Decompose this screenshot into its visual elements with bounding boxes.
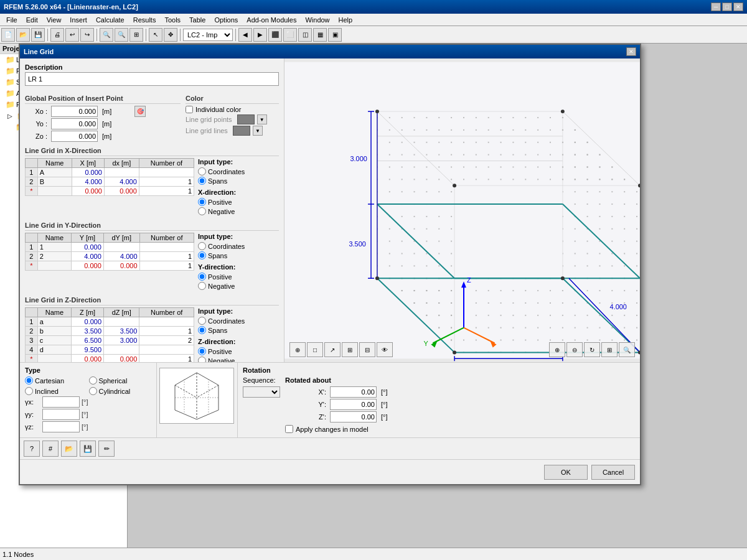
cylindrical-radio-input[interactable] (89, 387, 97, 395)
x-spans-radio-input[interactable] (198, 177, 206, 185)
table-row[interactable]: 2 B 4.000 4.000 1 (26, 177, 194, 187)
view-right-btn-5[interactable]: 🔍 (619, 342, 635, 357)
zoom-fit-button[interactable]: ⊞ (129, 28, 143, 42)
nav-back-button[interactable]: ◀ (238, 28, 252, 42)
x-coord-radio-input[interactable] (198, 167, 206, 175)
rot-x-input[interactable] (330, 386, 377, 398)
z-coord-radio-input[interactable] (198, 317, 206, 325)
grid-points-swatch[interactable] (237, 114, 255, 124)
type-inclined-radio[interactable]: Inclined (25, 387, 88, 395)
view-btn-5[interactable]: ⊟ (359, 342, 375, 357)
z-spans-radio[interactable]: Spans (198, 326, 279, 334)
x-coordinates-radio[interactable]: Coordinates (198, 167, 279, 175)
table-row[interactable]: 4 d 9.500 (26, 345, 194, 355)
lc-dropdown[interactable]: LC2 - Imp (183, 29, 233, 41)
menu-addon[interactable]: Add-on Modules (243, 16, 300, 24)
rot-y-input[interactable] (330, 399, 377, 410)
table-row[interactable]: 1 A 0.000 (26, 168, 194, 177)
y-neg-radio-input[interactable] (198, 282, 206, 290)
view-btn-3[interactable]: ↗ (324, 342, 341, 357)
z-coordinates-radio[interactable]: Coordinates (198, 317, 279, 325)
z-spans-radio-input[interactable] (198, 326, 206, 334)
dialog-close-button[interactable]: ✕ (626, 47, 636, 56)
view-right-btn-1[interactable]: ⊕ (549, 342, 565, 357)
y-negative-radio[interactable]: Negative (198, 282, 279, 290)
table-row[interactable]: 1 a 0.000 (26, 317, 194, 327)
menu-tools[interactable]: Tools (161, 16, 184, 24)
menu-table[interactable]: Table (186, 16, 209, 24)
dlg-edit-button[interactable]: ✏ (98, 441, 115, 457)
dlg-num-button[interactable]: # (42, 441, 59, 457)
table-row[interactable]: * 0.000 0.000 1 (26, 355, 194, 363)
z-positive-radio[interactable]: Positive (198, 347, 279, 355)
minimize-button[interactable]: ─ (711, 2, 721, 11)
y-pos-radio-input[interactable] (198, 273, 206, 281)
view-btn-4[interactable]: ⊞ (342, 342, 358, 357)
undo-button[interactable]: ↩ (65, 28, 79, 42)
nav-fwd-button[interactable]: ▶ (253, 28, 267, 42)
type-cartesian-radio[interactable]: Cartesian (25, 376, 88, 385)
view-btn-6[interactable]: 👁 (377, 342, 393, 357)
close-button[interactable]: ✕ (733, 2, 743, 11)
y-positive-radio[interactable]: Positive (198, 273, 279, 281)
dlg-open-button[interactable]: 📂 (61, 441, 77, 457)
zo-input[interactable] (51, 131, 98, 142)
gamma-z-input[interactable] (42, 421, 80, 432)
tool2-button[interactable]: ⬜ (283, 28, 297, 42)
maximize-button[interactable]: □ (722, 2, 732, 11)
menu-window[interactable]: Window (301, 16, 333, 24)
z-negative-radio[interactable]: Negative (198, 357, 279, 362)
save-button[interactable]: 💾 (31, 28, 45, 42)
table-row[interactable]: * 0.000 0.000 1 (26, 187, 194, 196)
cancel-button[interactable]: Cancel (591, 465, 635, 480)
tool3-button[interactable]: ◫ (298, 28, 312, 42)
xo-pick-button[interactable]: 🎯 (134, 106, 146, 117)
dlg-save-button[interactable]: 💾 (80, 441, 96, 457)
x-neg-radio-input[interactable] (198, 207, 206, 215)
sequence-dropdown[interactable] (243, 386, 280, 398)
new-button[interactable]: 📄 (1, 28, 15, 42)
inclined-radio-input[interactable] (25, 387, 33, 395)
view-right-btn-2[interactable]: ⊖ (566, 342, 583, 357)
view-right-btn-4[interactable]: ⊞ (601, 342, 618, 357)
gamma-x-input[interactable] (42, 396, 80, 408)
type-spherical-radio[interactable]: Spherical (89, 376, 152, 385)
dlg-help-button[interactable]: ? (24, 441, 40, 457)
yo-input[interactable] (51, 118, 98, 129)
view-btn-1[interactable]: ⊕ (289, 342, 306, 357)
gamma-y-input[interactable] (42, 409, 80, 420)
y-spans-radio-input[interactable] (198, 251, 206, 259)
redo-button[interactable]: ↪ (80, 28, 94, 42)
y-spans-radio[interactable]: Spans (198, 251, 279, 259)
menu-view[interactable]: View (43, 16, 65, 24)
spherical-radio-input[interactable] (89, 376, 97, 385)
table-row[interactable]: 3 c 6.500 3.000 2 (26, 336, 194, 345)
menu-file[interactable]: File (2, 16, 21, 24)
z-neg-radio-input[interactable] (198, 357, 206, 362)
menu-insert[interactable]: Insert (66, 16, 91, 24)
x-pos-radio-input[interactable] (198, 198, 206, 206)
menu-help[interactable]: Help (335, 16, 357, 24)
menu-options[interactable]: Options (210, 16, 242, 24)
print-button[interactable]: 🖨 (50, 28, 64, 42)
type-cylindrical-radio[interactable]: Cylindrical (89, 387, 152, 395)
tool4-button[interactable]: ▦ (313, 28, 327, 42)
move-button[interactable]: ✥ (164, 28, 177, 42)
grid-lines-picker[interactable]: ▼ (253, 126, 263, 136)
description-input[interactable] (25, 72, 279, 86)
zoom-out-button[interactable]: 🔍 (115, 28, 128, 42)
x-negative-radio[interactable]: Negative (198, 207, 279, 215)
view-btn-2[interactable]: □ (307, 342, 323, 357)
table-row[interactable]: 1 1 0.000 (26, 243, 194, 252)
menu-edit[interactable]: Edit (22, 16, 42, 24)
table-row[interactable]: 2 b 3.500 3.500 1 (26, 327, 194, 336)
y-coordinates-radio[interactable]: Coordinates (198, 242, 279, 250)
menu-results[interactable]: Results (129, 16, 160, 24)
tool1-button[interactable]: ⬛ (268, 28, 282, 42)
view-right-btn-3[interactable]: ↻ (584, 342, 600, 357)
individual-color-checkbox[interactable] (186, 106, 193, 113)
table-row[interactable]: * 0.000 0.000 1 (26, 261, 194, 271)
ok-button[interactable]: OK (544, 465, 588, 480)
xo-input[interactable] (51, 106, 98, 117)
cartesian-radio-input[interactable] (25, 376, 33, 385)
